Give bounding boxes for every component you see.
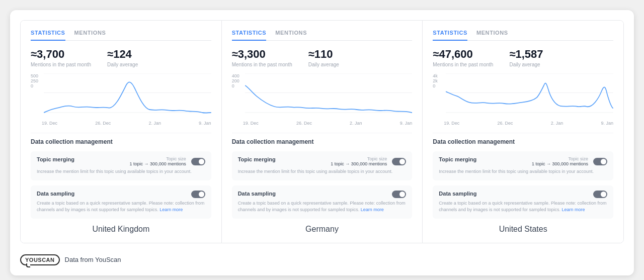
toggle-1-us[interactable] <box>593 191 607 198</box>
tab-statistics-uk[interactable]: STATISTICS <box>31 30 65 41</box>
setting-desc-0-us: Increase the mention limit for this topi… <box>439 168 607 175</box>
stats-row-de: ≈3,300Mentions in the past month≈110Dail… <box>232 48 413 67</box>
toggle-0-uk[interactable] <box>191 158 205 165</box>
x-label-de: 19. Dec <box>243 121 259 126</box>
stat-block-1-us: ≈1,587Daily average <box>509 48 543 67</box>
setting-title-0-de: Topic merging <box>238 156 276 162</box>
setting-desc-1-de: Create a topic based on a quick represen… <box>238 200 407 214</box>
setting-block-1-uk: Data samplingCreate a topic based on a q… <box>31 185 211 219</box>
y-axis-de: 4002000 <box>232 73 243 88</box>
setting-header-0-uk: Topic mergingTopic size1 topic → 300,000… <box>37 156 205 166</box>
stat-block-1-de: ≈110Daily average <box>308 48 339 67</box>
toggle-1-uk[interactable] <box>191 191 205 198</box>
setting-block-0-uk: Topic mergingTopic size1 topic → 300,000… <box>31 151 211 180</box>
setting-header-1-de: Data sampling <box>238 191 407 198</box>
y-label-de: 400 <box>232 73 243 78</box>
panels-row: STATISTICSMENTIONS≈3,700Mentions in the … <box>20 20 624 243</box>
toggle-0-us[interactable] <box>593 158 607 165</box>
x-labels-us: 19. Dec26. Dec2. Jan9. Jan <box>433 121 613 126</box>
setting-header-0-de: Topic mergingTopic size1 topic → 300,000… <box>238 156 407 166</box>
tab-mentions-uk[interactable]: MENTIONS <box>74 30 106 41</box>
setting-header-0-us: Topic mergingTopic size1 topic → 300,000… <box>439 156 607 166</box>
setting-link-1-de[interactable]: Learn more <box>361 207 384 212</box>
y-label-de: 0 <box>232 83 243 88</box>
chart-svg-us <box>446 73 613 119</box>
stat-label-0-us: Mentions in the past month <box>433 62 493 67</box>
setting-title-1-uk: Data sampling <box>37 191 74 197</box>
stats-row-us: ≈47,600Mentions in the past month≈1,587D… <box>433 48 613 67</box>
tab-statistics-de[interactable]: STATISTICS <box>232 30 267 41</box>
chart-outer-us: 4k2k0 <box>433 73 613 121</box>
y-label-uk: 250 <box>31 78 42 83</box>
panel-label-uk: United Kingdom <box>31 225 211 234</box>
setting-block-0-de: Topic mergingTopic size1 topic → 300,000… <box>232 151 413 180</box>
stat-value-0-us: ≈47,600 <box>433 48 493 61</box>
youscan-logo: YOUSCAN <box>20 254 60 265</box>
toggle-0-de[interactable] <box>392 158 406 165</box>
x-label-uk: 9. Jan <box>199 121 211 126</box>
tabs-us: STATISTICSMENTIONS <box>433 30 613 41</box>
stat-block-1-uk: ≈124Daily average <box>107 48 138 67</box>
chart-outer-de: 4002000 <box>232 73 413 121</box>
section-title-de: Data collection management <box>232 133 413 145</box>
topic-size-label-uk: Topic size <box>130 156 186 161</box>
panel-de: STATISTICSMENTIONS≈3,300Mentions in the … <box>222 21 423 243</box>
chart-area-us <box>446 73 613 119</box>
tab-mentions-de[interactable]: MENTIONS <box>275 30 307 41</box>
setting-desc-0-uk: Increase the mention limit for this topi… <box>37 168 205 175</box>
main-card: STATISTICSMENTIONS≈3,700Mentions in the … <box>10 10 634 275</box>
y-label-us: 0 <box>433 83 444 88</box>
setting-desc-0-de: Increase the mention limit for this topi… <box>238 168 407 175</box>
toggle-1-de[interactable] <box>392 191 406 198</box>
setting-title-0-uk: Topic merging <box>37 156 74 162</box>
panel-us: STATISTICSMENTIONS≈47,600Mentions in the… <box>423 21 623 243</box>
footer-tagline: Data from YouScan <box>65 256 121 263</box>
footer: YOUSCAN Data from YouScan <box>20 252 624 265</box>
y-label-us: 2k <box>433 78 444 83</box>
tab-mentions-us[interactable]: MENTIONS <box>476 30 508 41</box>
tab-statistics-us[interactable]: STATISTICS <box>433 30 467 41</box>
stat-label-0-de: Mentions in the past month <box>232 62 292 67</box>
setting-right-0-de: Topic size1 topic → 300,000 mentions <box>331 156 406 166</box>
y-axis-uk: 5002500 <box>31 73 42 88</box>
topic-size-label-de: Topic size <box>331 156 387 161</box>
tabs-uk: STATISTICSMENTIONS <box>31 30 211 41</box>
section-title-us: Data collection management <box>433 133 613 145</box>
x-label-uk: 19. Dec <box>42 121 57 126</box>
stats-row-uk: ≈3,700Mentions in the past month≈124Dail… <box>31 48 211 67</box>
setting-block-0-us: Topic mergingTopic size1 topic → 300,000… <box>433 151 613 180</box>
tabs-de: STATISTICSMENTIONS <box>232 30 413 41</box>
stat-value-1-de: ≈110 <box>308 48 339 61</box>
setting-desc-1-us: Create a topic based on a quick represen… <box>439 200 607 214</box>
topic-size-uk: Topic size1 topic → 300,000 mentions <box>130 156 186 166</box>
topic-size-label-us: Topic size <box>532 156 588 161</box>
stat-block-0-uk: ≈3,700Mentions in the past month <box>31 48 91 67</box>
setting-block-1-us: Data samplingCreate a topic based on a q… <box>433 185 613 219</box>
setting-title-1-de: Data sampling <box>238 191 276 197</box>
panel-label-us: United States <box>433 225 613 234</box>
y-label-uk: 0 <box>31 83 42 88</box>
stat-block-0-de: ≈3,300Mentions in the past month <box>232 48 292 67</box>
setting-right-0-uk: Topic size1 topic → 300,000 mentions <box>130 156 205 166</box>
setting-header-1-us: Data sampling <box>439 191 607 198</box>
chart-area-uk <box>44 73 211 119</box>
setting-right-0-us: Topic size1 topic → 300,000 mentions <box>532 156 607 166</box>
chart-area-de <box>245 73 413 119</box>
x-label-de: 26. Dec <box>296 121 312 126</box>
setting-right-1-de <box>392 191 406 198</box>
stat-value-1-uk: ≈124 <box>107 48 138 61</box>
y-label-de: 200 <box>232 78 243 83</box>
setting-header-1-uk: Data sampling <box>37 191 205 198</box>
setting-link-1-uk[interactable]: Learn more <box>159 207 183 212</box>
stat-label-1-de: Daily average <box>308 62 339 67</box>
topic-size-value-us: 1 topic → 300,000 mentions <box>532 161 588 166</box>
setting-title-0-us: Topic merging <box>439 156 476 162</box>
setting-link-1-us[interactable]: Learn more <box>561 207 585 212</box>
x-label-us: 9. Jan <box>601 121 613 126</box>
chart-svg-uk <box>44 73 211 119</box>
x-label-us: 2. Jan <box>551 121 564 126</box>
x-labels-de: 19. Dec26. Dec2. Jan9. Jan <box>232 121 413 126</box>
panel-uk: STATISTICSMENTIONS≈3,700Mentions in the … <box>21 21 222 243</box>
x-label-de: 9. Jan <box>400 121 413 126</box>
y-label-uk: 500 <box>31 73 42 78</box>
